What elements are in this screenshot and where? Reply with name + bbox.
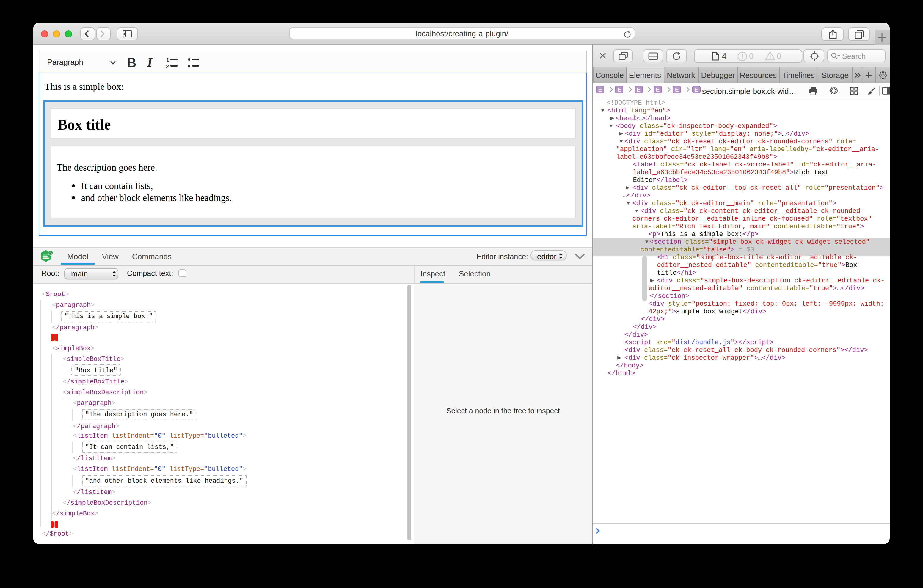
svg-text:5: 5 — [49, 251, 51, 255]
svg-text:2: 2 — [166, 63, 169, 68]
svg-text:1: 1 — [166, 57, 169, 63]
